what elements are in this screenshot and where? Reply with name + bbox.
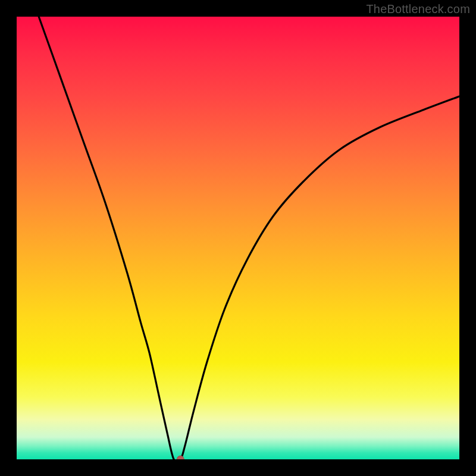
watermark-text: TheBottleneck.com: [366, 2, 470, 16]
plot-area: [17, 17, 459, 459]
bottleneck-curve: [17, 17, 459, 459]
chart-frame: TheBottleneck.com: [0, 0, 476, 476]
